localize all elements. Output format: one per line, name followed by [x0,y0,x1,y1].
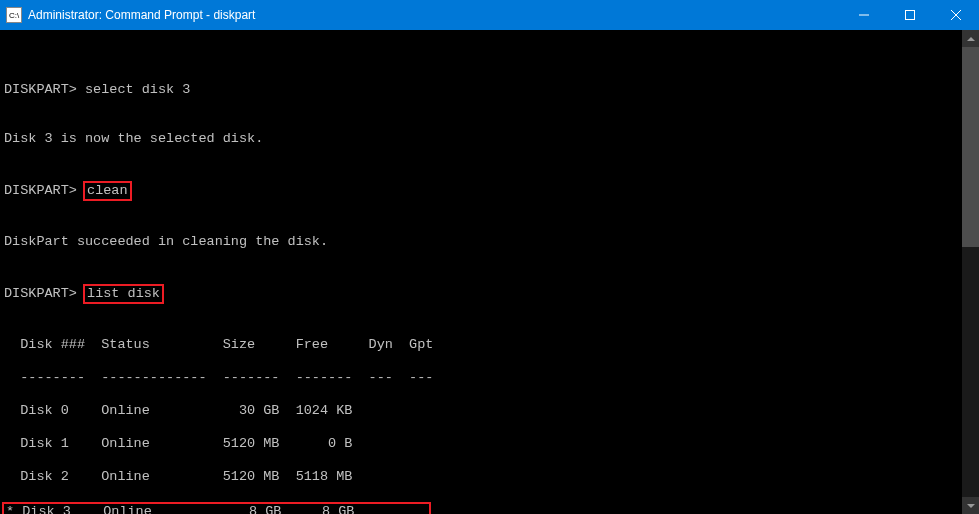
svg-marker-5 [967,504,975,508]
disk-row-3-selected: * Disk 3 Online 8 GB 8 GB [4,502,975,514]
output-line: DISKPART> select disk 3 [4,82,975,99]
prompt-line: DISKPART> clean [4,181,975,202]
scroll-thumb[interactable] [962,47,979,247]
titlebar-left: C:\ Administrator: Command Prompt - disk… [6,7,255,23]
vertical-scrollbar[interactable] [962,30,979,514]
terminal-area[interactable]: DISKPART> select disk 3 Disk 3 is now th… [0,30,979,514]
window-controls [841,0,979,30]
maximize-button[interactable] [887,0,933,30]
command-list-disk: list disk [83,284,164,305]
output-line: Disk 3 is now the selected disk. [4,131,975,148]
disk-table-header: Disk ### Status Size Free Dyn Gpt [4,337,975,354]
output-line: DiskPart succeeded in cleaning the disk. [4,234,975,251]
command-clean: clean [83,181,132,202]
disk-row-0: Disk 0 Online 30 GB 1024 KB [4,403,975,420]
svg-marker-4 [967,37,975,41]
cmd-icon: C:\ [6,7,22,23]
prompt-line: DISKPART> list disk [4,284,975,305]
svg-rect-1 [906,11,915,20]
window-titlebar: C:\ Administrator: Command Prompt - disk… [0,0,979,30]
prompt: DISKPART> [4,183,77,198]
window-title: Administrator: Command Prompt - diskpart [28,8,255,22]
disk-row-1: Disk 1 Online 5120 MB 0 B [4,436,975,453]
terminal-output: DISKPART> select disk 3 Disk 3 is now th… [4,65,975,514]
prompt: DISKPART> [4,286,77,301]
minimize-button[interactable] [841,0,887,30]
disk-row-2: Disk 2 Online 5120 MB 5118 MB [4,469,975,486]
selected-disk-highlight: * Disk 3 Online 8 GB 8 GB [2,502,431,514]
disk-table-sep: -------- ------------- ------- ------- -… [4,370,975,387]
scroll-up-arrow-icon[interactable] [962,30,979,47]
close-button[interactable] [933,0,979,30]
scroll-down-arrow-icon[interactable] [962,497,979,514]
